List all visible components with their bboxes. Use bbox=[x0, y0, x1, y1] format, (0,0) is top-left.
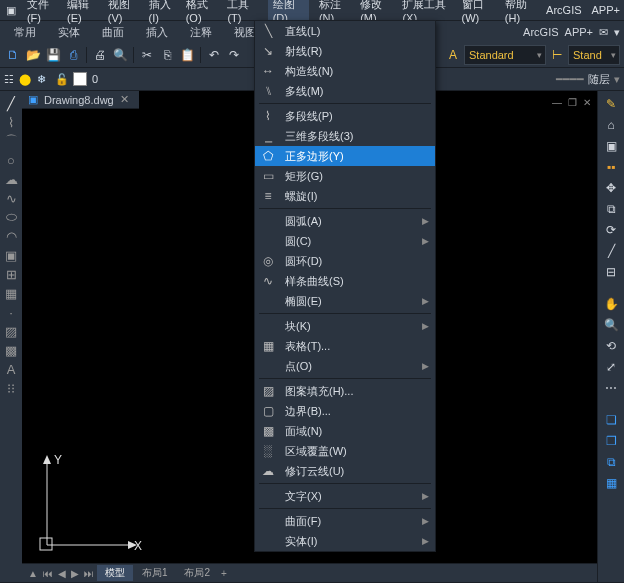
layout-tab-2[interactable]: 布局2 bbox=[176, 565, 218, 581]
layers4-icon[interactable]: ▦ bbox=[602, 474, 620, 492]
menu-item[interactable]: 曲面(F)▶ bbox=[255, 511, 435, 531]
point-tool-icon[interactable]: · bbox=[3, 304, 19, 320]
mtext-tool-icon[interactable]: ⁝⁝ bbox=[3, 380, 19, 396]
tool8-icon[interactable]: ⊟ bbox=[602, 263, 620, 281]
spline-tool-icon[interactable]: ∿ bbox=[3, 190, 19, 206]
ribbon-appplus[interactable]: APP+ bbox=[565, 26, 593, 38]
tool7-icon[interactable]: ╱ bbox=[602, 242, 620, 260]
close-tab-icon[interactable]: ✕ bbox=[120, 93, 129, 106]
last-icon[interactable]: ⏭ bbox=[82, 568, 96, 579]
prev-icon[interactable]: ◀ bbox=[56, 568, 68, 579]
menu-item[interactable]: ⬠正多边形(Y) bbox=[255, 146, 435, 166]
new-icon[interactable]: 🗋 bbox=[4, 46, 22, 64]
menu-item[interactable]: ↔构造线(N) bbox=[255, 61, 435, 81]
pencil-icon[interactable]: ✎ bbox=[602, 95, 620, 113]
hatch-tool-icon[interactable]: ▨ bbox=[3, 323, 19, 339]
line-tool-icon[interactable]: ╱ bbox=[3, 95, 19, 111]
save-icon[interactable]: 💾 bbox=[44, 46, 62, 64]
menu-edit[interactable]: 编辑(E) bbox=[67, 0, 98, 24]
close-icon[interactable]: ✕ bbox=[583, 97, 591, 108]
tab-surface[interactable]: 曲面 bbox=[92, 23, 134, 42]
lineweight-icon[interactable]: ━━━━ bbox=[556, 73, 584, 86]
ribbon-collapse-icon[interactable]: ▾ bbox=[614, 26, 620, 39]
menu-item[interactable]: 块(K)▶ bbox=[255, 316, 435, 336]
save-as-icon[interactable]: ⎙ bbox=[64, 46, 82, 64]
text-style-combo[interactable]: Standard bbox=[464, 45, 546, 65]
menu-file[interactable]: 文件(F) bbox=[27, 0, 57, 24]
ellipse-tool-icon[interactable]: ⬭ bbox=[3, 209, 19, 225]
menu-appplus[interactable]: APP+ bbox=[592, 4, 620, 16]
tool12-icon[interactable]: ⤢ bbox=[602, 358, 620, 376]
tool1-icon[interactable]: ⌂ bbox=[602, 116, 620, 134]
cloud-tool-icon[interactable]: ☁ bbox=[3, 171, 19, 187]
menu-insert[interactable]: 插入(I) bbox=[149, 0, 176, 24]
next-icon[interactable]: ▶ bbox=[69, 568, 81, 579]
layer-name[interactable]: 0 bbox=[92, 73, 98, 85]
paste-icon[interactable]: 📋 bbox=[178, 46, 196, 64]
cut-icon[interactable]: ✂ bbox=[138, 46, 156, 64]
menu-item[interactable]: ╲直线(L) bbox=[255, 21, 435, 41]
layers2-icon[interactable]: ❐ bbox=[602, 432, 620, 450]
region-tool-icon[interactable]: ▩ bbox=[3, 342, 19, 358]
tool5-icon[interactable]: ⧉ bbox=[602, 200, 620, 218]
layout-tab-model[interactable]: 模型 bbox=[97, 565, 133, 581]
menu-item[interactable]: ↘射线(R) bbox=[255, 41, 435, 61]
tool3-icon[interactable]: ▪▪ bbox=[602, 158, 620, 176]
menu-view[interactable]: 视图(V) bbox=[108, 0, 139, 24]
menu-item[interactable]: 椭圆(E)▶ bbox=[255, 291, 435, 311]
menu-help[interactable]: 帮助(H) bbox=[505, 0, 536, 24]
file-tab[interactable]: ▣ Drawing8.dwg ✕ bbox=[22, 91, 139, 109]
menu-item[interactable]: ▦表格(T)... bbox=[255, 336, 435, 356]
text-tool-icon[interactable]: A bbox=[3, 361, 19, 377]
menu-item[interactable]: ▢边界(B)... bbox=[255, 401, 435, 421]
menu-item[interactable]: ▨图案填充(H)... bbox=[255, 381, 435, 401]
menu-item[interactable]: 圆弧(A)▶ bbox=[255, 211, 435, 231]
menu-window[interactable]: 窗口(W) bbox=[462, 0, 495, 24]
pline-tool-icon[interactable]: ⌇ bbox=[3, 114, 19, 130]
menu-item[interactable]: 实体(I)▶ bbox=[255, 531, 435, 551]
preview-icon[interactable]: 🔍 bbox=[111, 46, 129, 64]
ellipse-arc-icon[interactable]: ◠ bbox=[3, 228, 19, 244]
menu-format[interactable]: 格式(O) bbox=[186, 0, 218, 24]
undo-icon[interactable]: ↶ bbox=[205, 46, 223, 64]
move-icon[interactable]: ✥ bbox=[602, 179, 620, 197]
layout-tab-1[interactable]: 布局1 bbox=[134, 565, 176, 581]
dim-style-combo[interactable]: Stand bbox=[568, 45, 620, 65]
add-layout-icon[interactable]: + bbox=[219, 568, 229, 579]
tab-common[interactable]: 常用 bbox=[4, 23, 46, 42]
layers3-icon[interactable]: ⧉ bbox=[602, 453, 620, 471]
menu-item[interactable]: ⎯三维多段线(3) bbox=[255, 126, 435, 146]
layer-mgr-icon[interactable]: ☷ bbox=[4, 73, 14, 86]
table-tool-icon[interactable]: ▦ bbox=[3, 285, 19, 301]
layer-on-icon[interactable]: ⬤ bbox=[19, 73, 31, 85]
menu-item[interactable]: 文字(X)▶ bbox=[255, 486, 435, 506]
menu-item[interactable]: 圆(C)▶ bbox=[255, 231, 435, 251]
tab-annotate[interactable]: 注释 bbox=[180, 23, 222, 42]
menu-item[interactable]: 点(O)▶ bbox=[255, 356, 435, 376]
menu-arcgis[interactable]: ArcGIS bbox=[546, 4, 581, 16]
scrub-left-icon[interactable]: ▲ bbox=[26, 568, 40, 579]
layer-freeze-icon[interactable]: ❄ bbox=[37, 73, 49, 85]
circle-tool-icon[interactable]: ○ bbox=[3, 152, 19, 168]
print-icon[interactable]: 🖨 bbox=[91, 46, 109, 64]
menu-item[interactable]: ▩面域(N) bbox=[255, 421, 435, 441]
mail-icon[interactable]: ✉ bbox=[599, 26, 608, 39]
layer-lock-icon[interactable]: 🔓 bbox=[55, 73, 67, 85]
copy-icon[interactable]: ⎘ bbox=[158, 46, 176, 64]
layers-icon[interactable]: ❏ bbox=[602, 411, 620, 429]
tool6-icon[interactable]: ⟳ bbox=[602, 221, 620, 239]
pan-icon[interactable]: ✋ bbox=[602, 295, 620, 313]
tab-solid[interactable]: 实体 bbox=[48, 23, 90, 42]
menu-item[interactable]: ▭矩形(G) bbox=[255, 166, 435, 186]
menu-item[interactable]: ⌇多段线(P) bbox=[255, 106, 435, 126]
arc-tool-icon[interactable]: ⌒ bbox=[3, 133, 19, 149]
tab-insert[interactable]: 插入 bbox=[136, 23, 178, 42]
menu-item[interactable]: ≡螺旋(I) bbox=[255, 186, 435, 206]
tool2-icon[interactable]: ▣ bbox=[602, 137, 620, 155]
redo-icon[interactable]: ↷ bbox=[225, 46, 243, 64]
menu-item[interactable]: ░区域覆盖(W) bbox=[255, 441, 435, 461]
orbit-icon[interactable]: ⟲ bbox=[602, 337, 620, 355]
linetype-combo[interactable]: 随层 bbox=[588, 72, 610, 87]
dim-style-icon[interactable]: ⊢ bbox=[548, 46, 566, 64]
menu-item[interactable]: ☁修订云线(U) bbox=[255, 461, 435, 481]
